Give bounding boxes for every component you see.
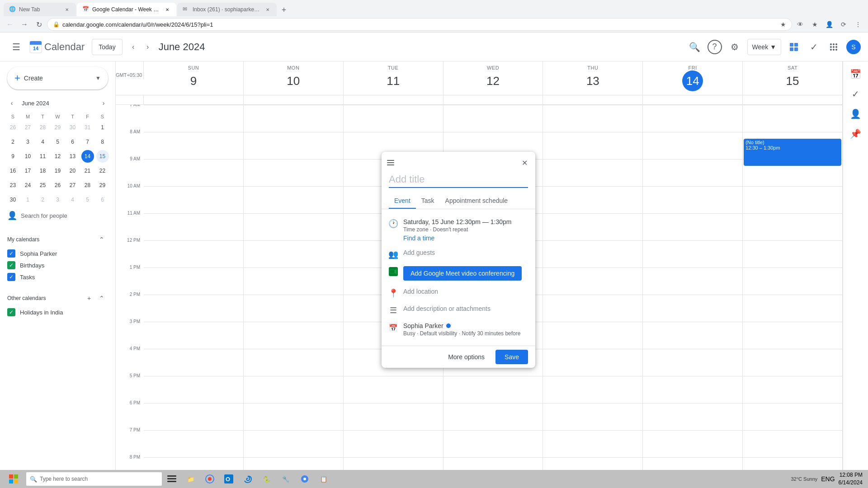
add-location-placeholder[interactable]: Add location (403, 288, 528, 295)
today-button[interactable]: Today (92, 39, 122, 55)
hour-cell[interactable] (244, 430, 343, 457)
day-header-sun[interactable]: SUN9 (144, 61, 244, 95)
calendar-event[interactable]: (No title)12:30 – 1:30pm (744, 139, 841, 166)
hour-cell[interactable] (743, 403, 842, 430)
mini-cal-day[interactable]: 29 (96, 179, 109, 192)
mini-cal-day[interactable]: 13 (66, 150, 79, 163)
mini-cal-day[interactable]: 30 (66, 121, 79, 134)
tab-close-button[interactable]: ✕ (164, 6, 171, 13)
hour-cell[interactable] (443, 430, 543, 457)
mini-cal-prev[interactable]: ‹ (5, 97, 18, 109)
mini-cal-day[interactable]: 15 (96, 150, 109, 163)
all-day-cell[interactable] (344, 95, 443, 104)
calendar-view-icon[interactable] (785, 38, 803, 56)
my-calendars-toggle[interactable]: ⌃ (95, 233, 108, 246)
all-day-cell[interactable] (743, 95, 843, 104)
mini-cal-day[interactable]: 31 (81, 121, 94, 134)
sidebar-other-calendar-item[interactable]: ✓ Holidays in India (0, 306, 112, 318)
mini-cal-day[interactable]: 26 (52, 179, 64, 192)
calendar-checkbox[interactable]: ✓ (7, 249, 15, 258)
mini-cal-day[interactable]: 10 (22, 150, 34, 163)
mini-cal-day[interactable]: 8 (96, 136, 109, 148)
location-row[interactable]: 📍 Add location (382, 284, 535, 301)
view-selector[interactable]: Week ▼ (747, 39, 781, 55)
hour-cell[interactable] (144, 240, 243, 267)
sidebar-calendar-item[interactable]: ✓ Tasks (0, 271, 112, 283)
hour-cell[interactable] (244, 322, 343, 349)
hour-cell[interactable] (643, 322, 742, 349)
taskbar-file-icon[interactable]: 📁 (182, 471, 200, 487)
mini-cal-day[interactable]: 1 (22, 193, 34, 206)
mini-cal-day[interactable]: 4 (66, 193, 79, 206)
hour-cell[interactable] (344, 376, 443, 403)
hour-cell[interactable] (144, 430, 243, 457)
calendar-checkbox[interactable]: ✓ (7, 261, 15, 269)
hour-cell[interactable] (244, 240, 343, 267)
hour-cell[interactable] (643, 376, 742, 403)
hour-cell[interactable] (643, 240, 742, 267)
mini-cal-day[interactable]: 4 (37, 136, 49, 148)
hour-cell[interactable] (144, 376, 243, 403)
hour-cell[interactable] (643, 132, 742, 159)
hour-cell[interactable] (543, 186, 642, 213)
day-column[interactable] (543, 105, 643, 488)
hour-cell[interactable] (643, 403, 742, 430)
hour-cell[interactable] (244, 213, 343, 240)
address-bar[interactable]: 🔒 calendar.google.com/calendar/u/0/r/wee… (47, 18, 792, 31)
mini-cal-day[interactable]: 16 (7, 164, 19, 177)
right-panel-keep-icon[interactable]: 📌 (847, 125, 865, 143)
new-tab-button[interactable]: + (278, 4, 290, 16)
mini-cal-day[interactable]: 7 (81, 136, 94, 148)
browser-tab-inbox[interactable]: ✉ Inbox (261) · sophiaparker14o... ✕ (177, 3, 277, 16)
mini-cal-day[interactable]: 1 (96, 121, 109, 134)
hour-cell[interactable] (643, 430, 742, 457)
hour-cell[interactable] (144, 322, 243, 349)
hour-cell[interactable] (144, 186, 243, 213)
popup-menu-icon[interactable] (385, 158, 394, 167)
hour-cell[interactable] (543, 430, 642, 457)
hour-cell[interactable] (144, 105, 243, 132)
hour-cell[interactable] (643, 159, 742, 186)
profile-icon[interactable]: 👤 (823, 18, 835, 31)
hour-cell[interactable] (643, 267, 742, 295)
day-column[interactable] (144, 105, 244, 488)
taskbar-outlook-icon[interactable]: O (220, 471, 238, 487)
event-title-input[interactable] (389, 172, 528, 188)
all-day-cell[interactable] (443, 95, 543, 104)
all-day-cell[interactable] (643, 95, 743, 104)
hour-cell[interactable] (543, 240, 642, 267)
right-panel-tasks-icon[interactable]: ✓ (847, 85, 865, 103)
help-button[interactable]: ? (708, 40, 722, 54)
taskbar-extra-icon[interactable]: 📋 (315, 471, 333, 487)
hour-cell[interactable] (244, 267, 343, 295)
taskbar-search[interactable]: 🔍 Type here to search (26, 472, 162, 486)
popup-tab-appointment-schedule[interactable]: Appointment schedule (440, 193, 514, 209)
hour-cell[interactable] (244, 403, 343, 430)
hour-cell[interactable] (543, 132, 642, 159)
hour-cell[interactable] (543, 213, 642, 240)
hour-cell[interactable] (743, 213, 842, 240)
sync-icon[interactable]: ⟳ (837, 18, 850, 31)
hour-cell[interactable] (144, 349, 243, 376)
more-options-button[interactable]: More options (441, 350, 492, 364)
hour-cell[interactable] (344, 105, 443, 132)
hour-cell[interactable] (543, 403, 642, 430)
mini-cal-day[interactable]: 25 (37, 179, 49, 192)
mini-cal-day[interactable]: 23 (7, 179, 19, 192)
hour-cell[interactable] (643, 186, 742, 213)
hour-cell[interactable] (543, 295, 642, 322)
mini-cal-next[interactable]: › (97, 97, 110, 109)
google-apps-icon[interactable] (825, 38, 843, 56)
hour-cell[interactable] (543, 376, 642, 403)
all-day-cell[interactable] (144, 95, 244, 104)
day-column[interactable]: (No title)12:30 – 1:30pm (743, 105, 843, 488)
mini-cal-day[interactable]: 21 (81, 164, 94, 177)
mini-cal-day[interactable]: 19 (52, 164, 64, 177)
mini-cal-day[interactable]: 24 (22, 179, 34, 192)
menu-icon[interactable]: ☰ (7, 38, 25, 56)
hour-cell[interactable] (244, 295, 343, 322)
mini-cal-day[interactable]: 2 (7, 136, 19, 148)
browser-tab-newtab[interactable]: 🌐 New Tab ✕ (4, 3, 76, 16)
sidebar-calendar-item[interactable]: ✓ Birthdays (0, 259, 112, 271)
mini-cal-day[interactable]: 27 (66, 179, 79, 192)
